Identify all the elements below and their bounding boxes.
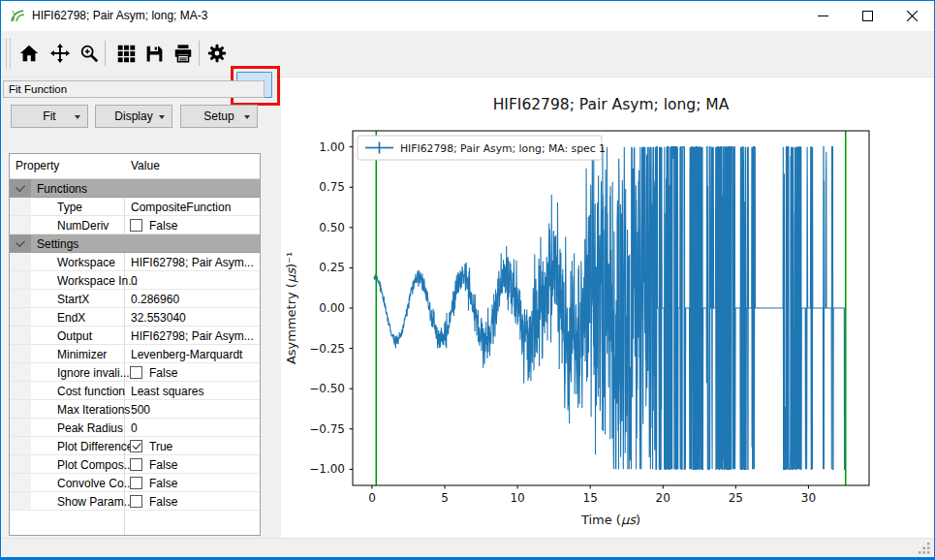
property-value[interactable]: 0 (131, 421, 258, 435)
value-column-header: Value (131, 159, 160, 172)
y-tick-label: −0.75 (309, 422, 345, 436)
property-row: OutputHIFI62798; Pair Asym... (10, 327, 260, 345)
property-rows: FunctionsTypeCompositeFunctionNumDerivFa… (10, 179, 260, 511)
chevron-down-icon[interactable] (16, 237, 25, 247)
y-tick-label: −0.25 (309, 342, 345, 356)
row-gutter (10, 437, 31, 454)
property-name: Plot Difference (57, 440, 134, 453)
property-value[interactable]: CompositeFunction (131, 201, 258, 214)
checkbox-unchecked[interactable] (130, 366, 142, 379)
property-name: Output (57, 329, 92, 343)
checkbox-unchecked[interactable] (130, 495, 142, 508)
x-tick-label: 25 (729, 491, 743, 505)
property-value[interactable]: Levenberg-Marquardt (131, 348, 258, 361)
x-tick-label: 0 (368, 491, 376, 505)
property-name: StartX (57, 293, 89, 306)
pan-button[interactable] (47, 41, 73, 66)
close-icon (907, 11, 918, 21)
home-button[interactable] (16, 41, 42, 66)
property-row: Plot Compos...False (10, 455, 260, 474)
close-button[interactable] (890, 1, 934, 31)
plot-canvas[interactable]: 1.000.750.500.250.00−0.25−0.50−0.75−1.00… (281, 78, 934, 540)
display-menu-button[interactable]: Display (95, 105, 172, 128)
row-gutter (10, 419, 31, 436)
property-value[interactable]: 500 (131, 403, 258, 417)
property-name: Minimizer (57, 348, 107, 361)
property-name: Workspace In... (57, 274, 138, 288)
row-gutter (10, 474, 31, 491)
property-value[interactable]: 0.286960 (131, 293, 258, 306)
zoom-icon (78, 43, 100, 64)
property-row: Cost functionLeast squares (10, 382, 260, 400)
property-name: Max Iterations (57, 403, 130, 417)
plot-title: HIFI62798; Pair Asym; long; MA (493, 96, 730, 113)
y-tick-label: 0.25 (319, 261, 345, 274)
y-axis-label: Asymmetry (μs)⁻¹ (284, 252, 298, 364)
settings-button[interactable] (204, 41, 230, 66)
save-button[interactable] (141, 41, 167, 66)
property-value[interactable]: Least squares (131, 385, 258, 398)
group-decoration (10, 179, 31, 197)
property-row: MinimizerLevenberg-Marquardt (10, 345, 260, 363)
property-name: Cost function (57, 385, 125, 398)
row-gutter (10, 363, 31, 381)
x-tick-label: 20 (656, 491, 670, 505)
row-gutter (10, 290, 31, 307)
panel-title: Fit Function (9, 83, 67, 95)
gear-icon (206, 43, 228, 64)
property-row: Convolve Co...False (10, 474, 260, 492)
property-row: Plot DifferenceTrue (10, 437, 260, 455)
property-name: Settings (37, 237, 78, 251)
maximize-button[interactable] (846, 1, 889, 31)
checkbox-checked[interactable] (130, 440, 142, 452)
display-menu-label: Display (114, 109, 152, 123)
statusbar (1, 538, 934, 557)
grid-icon (116, 44, 137, 64)
property-name: Convolve Co... (57, 477, 134, 490)
property-name: EndX (57, 311, 85, 325)
checkbox-unchecked[interactable] (130, 458, 142, 471)
property-name: Plot Compos... (57, 458, 134, 472)
print-button[interactable] (171, 41, 196, 66)
legend[interactable]: HIFI62798; Pair Asym; long; MA: spec 1 (358, 136, 606, 160)
property-value[interactable]: HIFI62798; Pair Asym... (131, 329, 258, 343)
property-group-row: Functions (10, 179, 260, 198)
toolbar-separator (105, 41, 106, 66)
checkbox-unchecked[interactable] (130, 477, 142, 489)
minimize-button[interactable] (801, 1, 845, 31)
x-axis-label: Time (μs) (580, 513, 640, 527)
group-decoration (10, 234, 31, 252)
property-value[interactable]: 32.553040 (131, 311, 258, 325)
property-name: NumDeriv (57, 219, 109, 233)
app-icon (10, 8, 26, 24)
toolbar-drag-handle[interactable] (6, 39, 11, 69)
save-icon (144, 44, 165, 64)
pan-icon (49, 43, 71, 64)
property-value[interactable]: 0 (131, 274, 258, 288)
y-tick-label: 0.00 (319, 301, 345, 315)
property-value[interactable]: HIFI62798; Pair Asym... (131, 256, 258, 269)
setup-menu-button[interactable]: Setup (180, 105, 258, 128)
checkbox-label: False (149, 366, 177, 380)
property-name: Ignore invali... (57, 366, 130, 380)
fit-menu-button[interactable]: Fit (11, 105, 88, 128)
x-tick-label: 15 (583, 491, 598, 505)
y-tick-label: 1.00 (319, 140, 345, 154)
fit-menu-label: Fit (43, 109, 55, 123)
property-row: Workspace In...0 (10, 271, 260, 290)
chevron-down-icon[interactable] (16, 182, 25, 192)
row-gutter (10, 216, 31, 233)
y-tick-label: −1.00 (309, 462, 345, 476)
property-name: Peak Radius (57, 421, 123, 435)
subplots-button[interactable] (113, 41, 139, 66)
property-column-header: Property (16, 159, 59, 172)
checkbox-label: False (149, 495, 177, 509)
plot-toolbar: Fit (1, 31, 934, 78)
property-row: Show Param...False (10, 492, 260, 511)
zoom-button[interactable] (77, 41, 102, 66)
titlebar: HIFI62798; Pair Asym; long; MA-3 (1, 1, 934, 31)
fit-window: HIFI62798; Pair Asym; long; MA-3 (0, 0, 935, 560)
checkbox-label: False (149, 219, 177, 233)
checkbox-unchecked[interactable] (130, 219, 142, 232)
resize-grip[interactable] (919, 542, 931, 554)
